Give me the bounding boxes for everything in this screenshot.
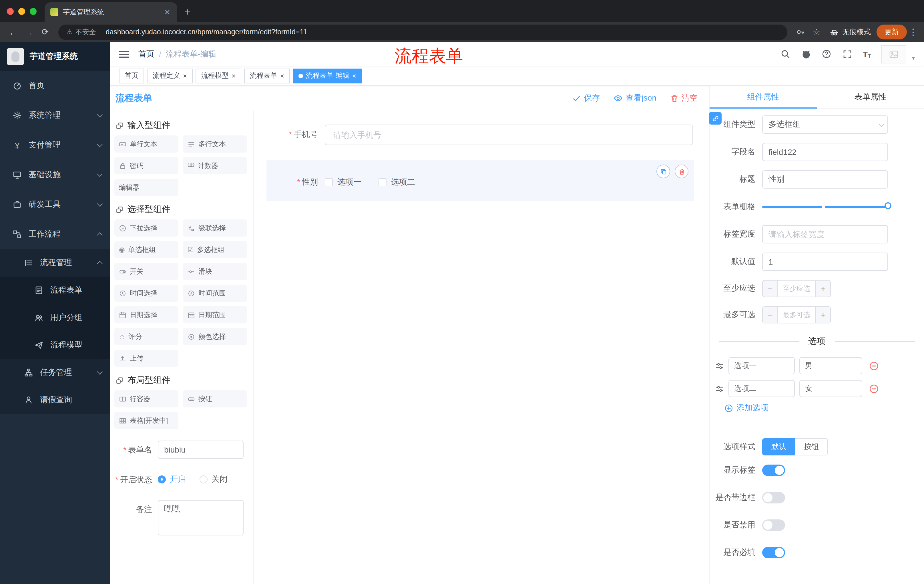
decrement-button[interactable]: − xyxy=(763,281,778,296)
grid-slider[interactable] xyxy=(762,198,889,216)
reload-icon[interactable]: ⟳ xyxy=(38,25,53,39)
canvas-field-gender[interactable]: *性别 选项一 选项二 xyxy=(266,160,694,201)
close-window-button[interactable] xyxy=(7,8,14,15)
fullscreen-icon[interactable] xyxy=(842,49,853,59)
field-name-input[interactable] xyxy=(762,143,888,161)
sidebar-logo[interactable]: 芋道管理系统 xyxy=(0,42,110,71)
avatar-caret-icon[interactable]: ▾ xyxy=(912,55,915,61)
hamburger-icon[interactable] xyxy=(119,51,129,58)
sidebar-item-process-mgmt[interactable]: 流程管理 xyxy=(0,249,110,276)
phone-input[interactable] xyxy=(325,125,693,145)
tab-close-icon[interactable]: ✕ xyxy=(163,8,172,16)
drag-handle-icon[interactable] xyxy=(715,362,724,370)
option-label-input[interactable] xyxy=(728,380,795,397)
palette-item-time-picker[interactable]: 时间选择 xyxy=(114,285,178,302)
stepper-placeholder[interactable]: 最多可选 xyxy=(778,307,815,323)
bookmark-star-icon[interactable]: ☆ xyxy=(809,25,824,39)
slider-handle[interactable] xyxy=(884,202,891,209)
sidebar-item-workflow[interactable]: 工作流程 xyxy=(0,219,110,249)
palette-item-rate[interactable]: ☆评分 xyxy=(114,328,178,345)
github-icon[interactable] xyxy=(801,49,811,59)
forward-icon[interactable]: → xyxy=(22,25,36,39)
option-label-input[interactable] xyxy=(728,357,795,374)
sidebar-item-payment[interactable]: ¥ 支付管理 xyxy=(0,130,110,160)
checkbox-option-2[interactable]: 选项二 xyxy=(378,177,415,188)
radio-status-on[interactable]: 开启 xyxy=(158,474,186,485)
security-label[interactable]: 不安全 xyxy=(76,27,96,37)
update-button[interactable]: 更新 xyxy=(876,25,907,39)
tag-home[interactable]: 首页 xyxy=(119,68,144,83)
back-icon[interactable]: ← xyxy=(6,25,21,39)
palette-item-counter[interactable]: 123计数器 xyxy=(183,157,247,174)
increment-button[interactable]: + xyxy=(815,307,830,323)
password-key-icon[interactable] xyxy=(793,25,808,39)
palette-item-button[interactable]: 按钮 xyxy=(183,390,247,408)
new-tab-button[interactable]: + xyxy=(180,4,196,20)
sidebar-item-devtools[interactable]: 研发工具 xyxy=(0,190,110,219)
clear-button[interactable]: 清空 xyxy=(670,93,698,104)
canvas-field-phone[interactable]: *手机号 xyxy=(266,119,694,151)
tag-process-form-edit[interactable]: 流程表单-编辑 × xyxy=(293,68,362,83)
palette-item-date-range[interactable]: 日期范围 xyxy=(183,306,247,323)
default-value-input[interactable] xyxy=(762,253,888,271)
stepper-placeholder[interactable]: 至少应选 xyxy=(778,281,815,296)
tag-process-model[interactable]: 流程模型 × xyxy=(196,68,241,83)
url-text[interactable]: dashboard.yudao.iocoder.cn/bpm/manager/f… xyxy=(106,28,307,36)
title-input[interactable] xyxy=(762,170,888,189)
option-value-input[interactable] xyxy=(799,380,862,397)
form-remark-textarea[interactable]: 嘿嘿 xyxy=(158,500,244,535)
tag-process-form[interactable]: 流程表单 × xyxy=(244,68,290,83)
remove-option-icon[interactable] xyxy=(869,384,879,393)
sidebar-item-home[interactable]: 首页 xyxy=(0,71,110,100)
palette-item-time-range[interactable]: 时间范围 xyxy=(183,285,247,302)
checkbox-option-1[interactable]: 选项一 xyxy=(325,177,361,188)
close-icon[interactable]: × xyxy=(280,72,284,79)
component-type-value[interactable] xyxy=(762,115,888,134)
disabled-toggle[interactable] xyxy=(762,520,785,531)
minimize-window-button[interactable] xyxy=(18,8,25,15)
save-button[interactable]: 保存 xyxy=(573,93,600,104)
help-icon[interactable] xyxy=(822,49,832,59)
palette-item-upload[interactable]: 上传 xyxy=(114,350,178,367)
close-icon[interactable]: × xyxy=(352,72,356,79)
close-icon[interactable]: × xyxy=(183,72,187,79)
border-toggle[interactable] xyxy=(762,492,785,503)
add-option-button[interactable]: 添加选项 xyxy=(724,403,924,413)
palette-item-slider[interactable]: 滑块 xyxy=(183,263,247,280)
sidebar-item-leave-query[interactable]: 请假查询 xyxy=(0,386,110,414)
sidebar-item-process-model[interactable]: 流程模型 xyxy=(0,331,110,359)
sidebar-item-user-group[interactable]: 用户分组 xyxy=(0,304,110,331)
palette-item-cascader[interactable]: 级联选择 xyxy=(183,219,247,237)
sidebar-item-process-form[interactable]: 流程表单 xyxy=(0,276,110,304)
search-icon[interactable] xyxy=(780,49,791,59)
style-button-button[interactable]: 按钮 xyxy=(795,438,828,456)
close-icon[interactable]: × xyxy=(231,72,236,79)
palette-item-row-container[interactable]: 行容器 xyxy=(114,390,178,408)
palette-item-date-picker[interactable]: 日期选择 xyxy=(114,306,178,323)
style-default-button[interactable]: 默认 xyxy=(762,438,795,456)
palette-item-color-picker[interactable]: 颜色选择 xyxy=(183,328,247,345)
form-name-input[interactable] xyxy=(158,441,244,459)
remove-option-icon[interactable] xyxy=(869,361,879,370)
link-icon[interactable] xyxy=(709,112,722,125)
radio-status-off[interactable]: 关闭 xyxy=(200,474,228,485)
palette-item-single-text[interactable]: 单行文本 xyxy=(114,135,178,153)
palette-item-checkbox-group[interactable]: ☑多选框组 xyxy=(183,241,247,258)
label-width-input[interactable] xyxy=(762,225,888,243)
show-label-toggle[interactable] xyxy=(762,465,785,476)
palette-item-switch[interactable]: 开关 xyxy=(114,263,178,280)
palette-item-dropdown[interactable]: 下拉选择 xyxy=(114,219,178,237)
delete-field-button[interactable] xyxy=(675,165,688,178)
view-json-button[interactable]: 查看json xyxy=(614,93,657,104)
option-value-input[interactable] xyxy=(799,357,862,374)
sidebar-item-task-mgmt[interactable]: 任务管理 xyxy=(0,359,110,386)
palette-item-radio-group[interactable]: ◉单选框组 xyxy=(114,241,178,258)
drag-handle-icon[interactable] xyxy=(715,384,724,393)
required-toggle[interactable] xyxy=(762,547,785,558)
decrement-button[interactable]: − xyxy=(763,307,778,323)
palette-item-password[interactable]: 密码 xyxy=(114,157,178,174)
maximize-window-button[interactable] xyxy=(30,8,36,15)
browser-tab[interactable]: 芋道管理系统 ✕ xyxy=(45,2,177,22)
sidebar-item-infra[interactable]: 基础设施 xyxy=(0,160,110,190)
sidebar-item-system[interactable]: 系统管理 xyxy=(0,100,110,130)
